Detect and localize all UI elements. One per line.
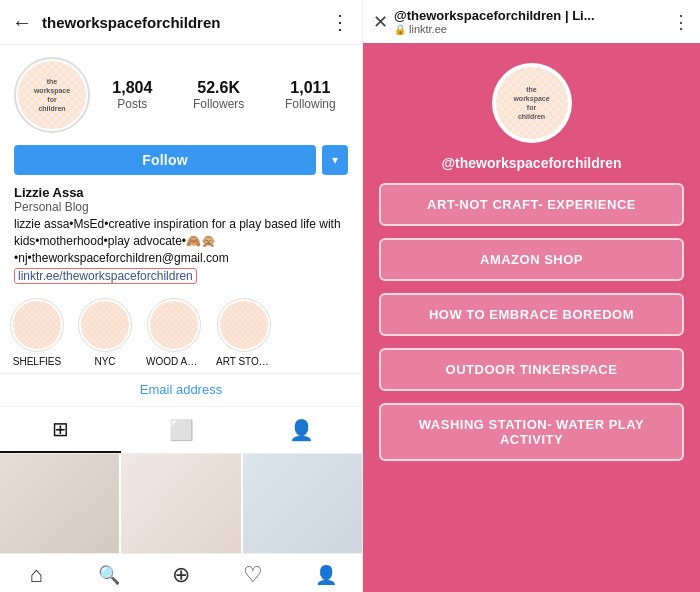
- right-avatar: the workspace for children: [492, 63, 572, 143]
- bio-section: Lizzie Assa Personal Blog lizzie assa•Ms…: [0, 183, 362, 290]
- right-page-title: @theworkspaceforchildren | Li...: [394, 8, 666, 23]
- bottom-nav: ⌂ 🔍 ⊕ ♡ 👤: [0, 553, 362, 592]
- bio-text: lizzie assa•MsEd•creative inspiration fo…: [14, 216, 348, 266]
- dropdown-button[interactable]: ▾: [322, 145, 348, 175]
- nav-likes[interactable]: ♡: [217, 562, 289, 588]
- highlight-item[interactable]: SHELFIES: [10, 298, 64, 367]
- search-icon: 🔍: [98, 564, 120, 586]
- highlight-circle: [78, 298, 132, 352]
- grid-icon: ⊞: [52, 417, 69, 441]
- highlight-label: SHELFIES: [13, 356, 61, 367]
- stats-row: 1,804 Posts 52.6K Followers 1,011 Follow…: [100, 79, 348, 111]
- highlight-item[interactable]: WOOD AND ...: [146, 298, 202, 367]
- close-icon[interactable]: ✕: [373, 11, 388, 33]
- right-top-bar: ✕ @theworkspaceforchildren | Li... 🔒 lin…: [363, 0, 700, 43]
- nav-home[interactable]: ⌂: [0, 562, 72, 588]
- highlight-circle: [147, 298, 201, 352]
- highlight-circle: [217, 298, 271, 352]
- add-icon: ⊕: [172, 562, 190, 588]
- home-icon: ⌂: [30, 562, 43, 588]
- art-not-craft-button[interactable]: ART-NOT CRAFT- EXPERIENCE: [379, 183, 684, 226]
- nav-add[interactable]: ⊕: [145, 562, 217, 588]
- avatar-icon: 👤: [315, 564, 337, 586]
- washing-station-button[interactable]: WASHING STATION- WATER PLAY ACTIVITY: [379, 403, 684, 461]
- grid-cell[interactable]: [243, 454, 362, 553]
- highlight-label: ART STORAGE ON B: [216, 356, 272, 367]
- username-title: theworkspaceforchildren: [42, 14, 330, 31]
- tabs-row: ⊞ ⬜ 👤: [0, 407, 362, 454]
- highlight-label: WOOD AND ...: [146, 356, 202, 367]
- right-url: linktr.ee: [409, 23, 447, 35]
- right-panel: ✕ @theworkspaceforchildren | Li... 🔒 lin…: [363, 0, 700, 592]
- following-label: Following: [285, 97, 336, 111]
- highlight-item[interactable]: ART STORAGE ON B: [216, 298, 272, 367]
- outdoor-tinkerspace-button[interactable]: OUTDOOR TINKERSPACE: [379, 348, 684, 391]
- embrace-boredom-button[interactable]: HOW TO EMBRACE BOREDOM: [379, 293, 684, 336]
- following-count: 1,011: [290, 79, 330, 97]
- followers-label: Followers: [193, 97, 244, 111]
- grid-cell[interactable]: [0, 454, 119, 553]
- highlight-label: NYC: [94, 356, 115, 367]
- right-content: the workspace for children @theworkspace…: [363, 43, 700, 592]
- avatar: the workspace for children: [14, 57, 90, 133]
- bio-link[interactable]: linktr.ee/theworkspaceforchildren: [14, 268, 197, 284]
- tv-icon: ⬜: [169, 418, 194, 442]
- highlight-circle: [10, 298, 64, 352]
- followers-stat: 52.6K Followers: [193, 79, 244, 111]
- follow-button[interactable]: Follow: [14, 145, 316, 175]
- person-tag-icon: 👤: [289, 418, 314, 442]
- highlights-row: SHELFIES NYC WOOD AND ... ART STORAGE ON…: [0, 290, 362, 373]
- tab-grid[interactable]: ⊞: [0, 407, 121, 453]
- tab-igtv[interactable]: ⬜: [121, 407, 242, 453]
- right-subtitle: 🔒 linktr.ee: [394, 23, 666, 35]
- followers-count: 52.6K: [197, 79, 240, 97]
- grid-cell[interactable]: [121, 454, 240, 553]
- photo-grid: [0, 454, 362, 553]
- nav-search[interactable]: 🔍: [72, 562, 144, 588]
- amazon-shop-button[interactable]: AMAZON SHOP: [379, 238, 684, 281]
- posts-count: 1,804: [112, 79, 152, 97]
- email-row: Email address: [0, 373, 362, 407]
- bio-type: Personal Blog: [14, 200, 348, 214]
- right-handle: @theworkspaceforchildren: [441, 155, 621, 171]
- menu-icon[interactable]: ⋮: [330, 10, 350, 34]
- right-menu-icon[interactable]: ⋮: [672, 11, 690, 33]
- posts-label: Posts: [117, 97, 147, 111]
- follow-row: Follow ▾: [0, 141, 362, 183]
- right-title-block: @theworkspaceforchildren | Li... 🔒 linkt…: [394, 8, 666, 35]
- back-icon[interactable]: ←: [12, 11, 32, 34]
- top-bar: ← theworkspaceforchildren ⋮: [0, 0, 362, 45]
- following-stat: 1,011 Following: [285, 79, 336, 111]
- highlight-item[interactable]: NYC: [78, 298, 132, 367]
- heart-icon: ♡: [243, 562, 263, 588]
- tab-tagged[interactable]: 👤: [241, 407, 362, 453]
- nav-profile[interactable]: 👤: [290, 562, 362, 588]
- bio-name: Lizzie Assa: [14, 185, 348, 200]
- lock-icon: 🔒: [394, 24, 406, 35]
- left-panel: ← theworkspaceforchildren ⋮ the workspac…: [0, 0, 363, 592]
- posts-stat: 1,804 Posts: [112, 79, 152, 111]
- email-address-link[interactable]: Email address: [140, 382, 222, 397]
- profile-section: the workspace for children 1,804 Posts 5…: [0, 45, 362, 141]
